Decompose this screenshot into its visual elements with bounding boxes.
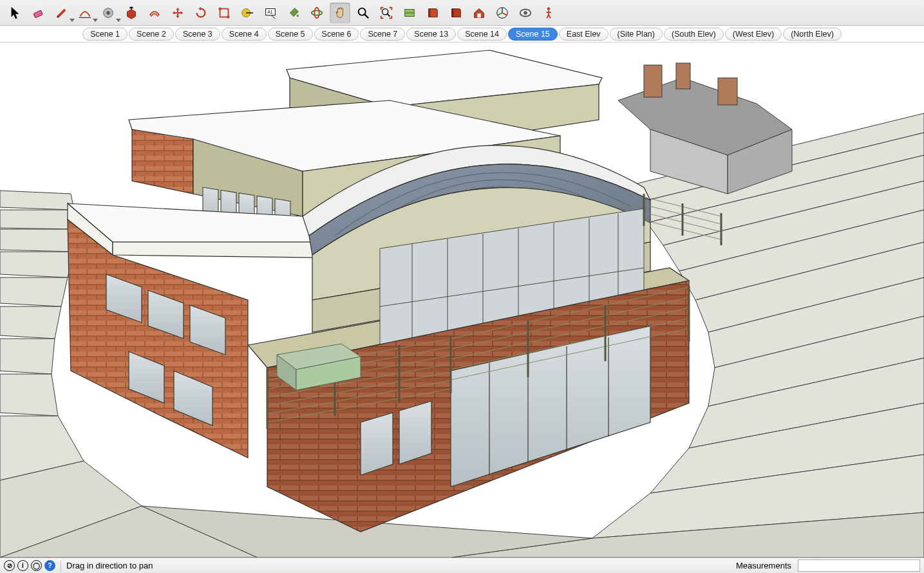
orbit-tool[interactable] — [306, 3, 327, 23]
status-hint: Drag in direction to pan — [66, 561, 153, 570]
move-tool[interactable] — [167, 3, 188, 23]
svg-line-17 — [364, 14, 368, 17]
credits-icon[interactable]: i — [17, 560, 28, 571]
scene-tab[interactable]: East Elev — [559, 28, 608, 41]
svg-rect-5 — [220, 8, 229, 17]
status-bar: ⊘ i ◯ ? Drag in direction to pan Measure… — [0, 558, 924, 573]
svg-rect-22 — [429, 8, 431, 17]
divider — [61, 560, 61, 572]
scene-tab[interactable]: Scene 13 — [406, 28, 456, 41]
status-icons: ⊘ i ◯ ? — [4, 560, 55, 571]
svg-line-28 — [498, 13, 502, 15]
svg-point-13 — [297, 14, 299, 17]
dropdown-caret-icon[interactable] — [93, 19, 98, 22]
svg-line-19 — [387, 13, 390, 16]
svg-rect-45 — [718, 78, 737, 105]
dropdown-caret-icon[interactable] — [70, 19, 75, 22]
scale-tool[interactable] — [214, 3, 234, 23]
scene-tab-active[interactable]: Scene 15 — [508, 28, 558, 41]
measurements-label: Measurements — [736, 561, 791, 570]
layers-tool[interactable] — [446, 3, 466, 23]
zoom-extents-tool[interactable] — [376, 3, 397, 23]
scene-tab[interactable]: Scene 1 — [82, 28, 127, 41]
scene-tab[interactable]: (West Elev) — [725, 28, 782, 41]
scene-tab[interactable]: (Site Plan) — [610, 28, 663, 41]
model-viewport[interactable] — [0, 42, 924, 558]
outliner-tool[interactable] — [422, 3, 443, 23]
svg-rect-44 — [676, 63, 690, 89]
svg-rect-7 — [227, 15, 230, 18]
svg-rect-24 — [477, 13, 481, 17]
svg-point-4 — [106, 11, 110, 15]
svg-line-27 — [502, 13, 507, 15]
main-toolbar: A1 — [0, 0, 924, 26]
arc-tool[interactable] — [75, 3, 95, 23]
profile-icon[interactable]: ◯ — [31, 560, 42, 571]
scene-tab[interactable]: Scene 4 — [222, 28, 267, 41]
protractor-tool[interactable] — [98, 3, 118, 23]
svg-point-31 — [547, 7, 551, 10]
scene-tab[interactable]: (South Elev) — [664, 28, 724, 41]
svg-rect-23 — [452, 8, 454, 17]
scene-tab[interactable]: Scene 14 — [457, 28, 507, 41]
offset-tool[interactable] — [144, 3, 165, 23]
push-pull-tool[interactable] — [121, 3, 142, 23]
pan-tool[interactable] — [330, 3, 350, 23]
svg-point-14 — [312, 10, 323, 15]
scene-tab[interactable]: Scene 3 — [175, 28, 220, 41]
measurements-input[interactable] — [798, 559, 920, 572]
scene-tab[interactable]: (North Elev) — [783, 28, 842, 41]
svg-rect-6 — [219, 7, 222, 10]
geolocation-icon[interactable]: ⊘ — [4, 560, 15, 571]
tape-measure-tool[interactable] — [237, 3, 258, 23]
section-plane-tool[interactable] — [399, 3, 420, 23]
scene-tab[interactable]: Scene 6 — [314, 28, 359, 41]
scene-tab[interactable]: Scene 7 — [360, 28, 405, 41]
svg-point-15 — [314, 7, 319, 18]
pencil-tool[interactable] — [52, 3, 72, 23]
eraser-tool[interactable] — [28, 3, 49, 23]
scene-tab[interactable]: Scene 5 — [268, 28, 313, 41]
select-tool[interactable] — [5, 3, 26, 23]
walk-tool[interactable] — [538, 3, 559, 23]
zoom-tool[interactable] — [353, 3, 373, 23]
axes-tool[interactable] — [492, 3, 513, 23]
help-icon[interactable]: ? — [44, 560, 55, 571]
svg-rect-43 — [644, 65, 662, 97]
warehouse-tool[interactable] — [469, 3, 489, 23]
dropdown-caret-icon[interactable] — [116, 19, 121, 22]
paint-bucket-tool[interactable] — [283, 3, 304, 23]
svg-line-12 — [272, 15, 276, 18]
svg-point-30 — [523, 11, 527, 15]
svg-text:A1: A1 — [267, 9, 272, 14]
rotate-tool[interactable] — [191, 3, 211, 23]
text-tool[interactable]: A1 — [260, 3, 281, 23]
scene-tabs-bar: Scene 1 Scene 2 Scene 3 Scene 4 Scene 5 … — [0, 26, 924, 42]
scene-tab[interactable]: Scene 2 — [129, 28, 174, 41]
styles-tool[interactable] — [515, 3, 536, 23]
